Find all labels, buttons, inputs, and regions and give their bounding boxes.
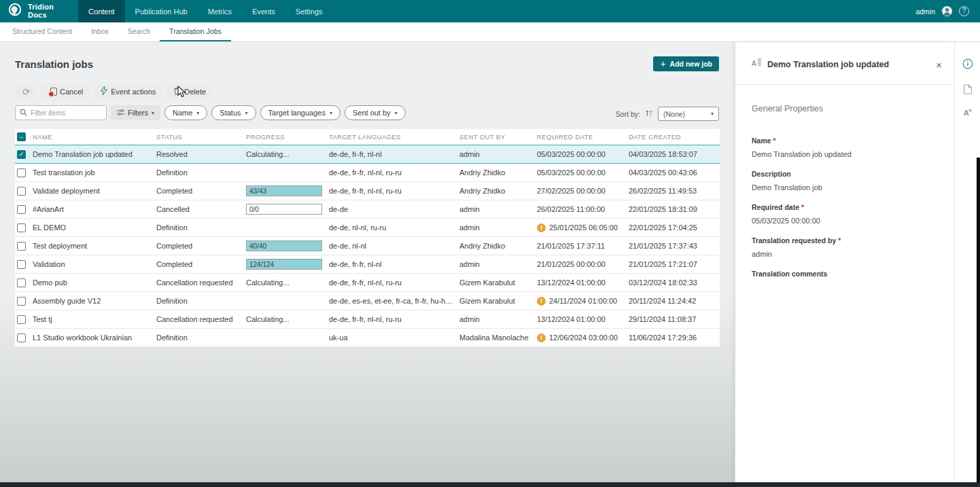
field-required-date: Required date *05/03/2025 00:00:00 [752,203,938,225]
required-date-text: 05/03/2025 00:00:00 [537,168,606,177]
table-row[interactable]: L1 Studio workbook UkrainianDefinitionuk… [15,329,720,347]
job-date-created: 26/02/2025 11:49:53 [629,187,720,195]
column-header-progress[interactable]: PROGRESS [246,133,329,141]
user-avatar-icon[interactable] [942,6,952,16]
column-header-required-date[interactable]: REQUIRED DATE [537,133,629,141]
pill-label: Status [220,109,241,117]
filters-button[interactable]: Filters ▾ [111,105,160,120]
job-status: Definition [156,223,246,232]
subnav-item-search[interactable]: Search [118,22,160,41]
job-sent-out-by: Gizem Karabulut [459,297,537,305]
job-sent-out-by: admin [459,315,537,323]
row-checkbox[interactable] [17,187,26,196]
job-target-languages: de-de, es-es, et-ee, fr-ca, fr-fr, hu-hu… [329,297,459,305]
filter-pill-sent-out-by[interactable]: Sent out by▾ [345,105,406,120]
column-header-sent-out-by[interactable]: SENT OUT BY [459,133,537,141]
event-actions-button[interactable]: Event actions [94,84,162,99]
sort-order-icon[interactable] [645,108,653,120]
job-date-created: 22/01/2025 17:04:25 [629,223,720,232]
filter-pill-name[interactable]: Name▾ [164,105,207,120]
table-row[interactable]: Validate deploymentCompleted43/43de-de, … [15,182,720,200]
column-header-target-languages[interactable]: TARGET LANGUAGES [329,133,459,141]
refresh-button[interactable]: ⟳ [15,84,37,99]
progress-bar: 40/40 [246,240,322,251]
required-asterisk: * [771,137,776,145]
add-new-job-button[interactable]: + Add new job [653,56,719,71]
topnav-item-publication-hub[interactable]: Publication Hub [125,0,198,22]
subnav-item-inbox[interactable]: Inbox [82,22,118,41]
field-value: admin [752,250,938,258]
row-checkbox[interactable] [17,242,26,251]
row-checkbox[interactable] [17,278,26,287]
required-date-text: 26/02/2025 11:00:00 [537,205,605,213]
job-progress: 40/40 [246,240,329,251]
job-target-languages: de-de, fr-fr, nl-nl, ru-ru [329,278,459,287]
translation-tab-icon[interactable]: A▾ [964,108,971,117]
info-tab-icon[interactable] [962,58,973,72]
row-checkbox[interactable]: ✓ [17,150,26,159]
warning-icon: ! [537,333,546,342]
field-label-text: Name [752,137,771,145]
job-name: EL DEMO [33,223,156,232]
table-row[interactable]: Test deploymentCompleted40/40de-de, nl-n… [15,237,720,255]
field-label: Description [752,170,938,178]
column-header-status[interactable]: STATUS [156,133,246,141]
required-date-text: 21/01/2025 17:37:11 [537,242,605,250]
document-tab-icon[interactable] [963,84,972,97]
brand-logo[interactable]: TridionDocs [0,0,62,22]
filter-pill-target-languages[interactable]: Target languages▾ [260,105,340,120]
table-row[interactable]: ✓Demo Translation job updatedResolvedCal… [15,145,720,164]
table-row[interactable]: EL DEMODefinitionde-de, nl-nl, ru-ruadmi… [15,219,720,237]
close-icon[interactable]: × [936,59,942,71]
required-date-text: 05/03/2025 00:00:00 [537,150,606,158]
row-checkbox[interactable] [17,333,26,342]
column-header-date-created[interactable]: DATE CREATED [629,133,720,141]
job-sent-out-by: Gizem Karabulut [459,278,537,287]
pill-label: Target languages [268,109,326,117]
bottom-chrome-strip [0,482,980,487]
subnav-item-translation-jobs[interactable]: Translation Jobs [160,22,231,41]
table-row[interactable]: Test tjCancellation requestedCalculating… [15,310,720,329]
page-title: Translation jobs [15,58,93,70]
progress-bar: 124/124 [246,259,322,270]
row-checkbox[interactable] [17,297,26,306]
job-progress: 43/43 [246,185,329,196]
topnav-item-content[interactable]: Content [78,0,125,22]
delete-button[interactable]: Delete [167,84,213,99]
table-row[interactable]: ValidationCompleted124/124de-de, fr-fr, … [15,255,720,274]
sort-by-select[interactable]: (None) ▾ [658,107,719,121]
required-date-text: 27/02/2025 00:00:00 [537,187,606,195]
progress-bar: 43/43 [246,185,322,196]
job-sent-out-by: admin [459,205,537,213]
job-target-languages: de-de, fr-fr, nl-nl, ru-ru [329,168,459,177]
row-checkbox[interactable] [17,315,26,324]
row-checkbox[interactable] [17,168,26,177]
column-header-name[interactable]: NAME [33,133,156,141]
table-row[interactable]: #ArianArtCancelled0/0de-deadmin26/02/202… [15,200,720,219]
filter-search[interactable] [15,105,107,120]
table-row[interactable]: Assembly guide V12Definitionde-de, es-es… [15,292,720,310]
subnav-item-structured-content[interactable]: Structured Content [3,22,82,41]
translation-jobs-table: −NAMESTATUSPROGRESSTARGET LANGUAGESSENT … [15,129,720,347]
progress-label: 40/40 [249,242,266,250]
filter-items-input[interactable] [31,109,102,117]
help-icon[interactable]: ? [959,6,969,16]
job-required-date: 21/01/2025 00:00:00 [537,260,629,268]
table-row[interactable]: Demo pubCancellation requestedCalculatin… [15,274,720,292]
row-checkbox-cell [15,260,33,269]
table-row[interactable]: Test translation jobDefinitionde-de, fr-… [15,164,720,182]
row-checkbox[interactable] [17,223,26,232]
row-checkbox[interactable] [17,205,26,214]
select-all-checkbox[interactable]: − [17,132,26,141]
filter-pill-status[interactable]: Status▾ [211,105,256,120]
chevron-down-icon: ▾ [330,110,332,116]
job-status: Definition [156,333,246,342]
divider [735,84,954,85]
job-name: Validate deployment [33,187,156,195]
row-checkbox-cell [15,242,33,251]
topnav-item-events[interactable]: Events [242,0,285,22]
topnav-item-metrics[interactable]: Metrics [198,0,242,22]
cancel-button[interactable]: Cancel [41,84,90,99]
row-checkbox[interactable] [17,260,26,269]
topnav-item-settings[interactable]: Settings [285,0,333,22]
